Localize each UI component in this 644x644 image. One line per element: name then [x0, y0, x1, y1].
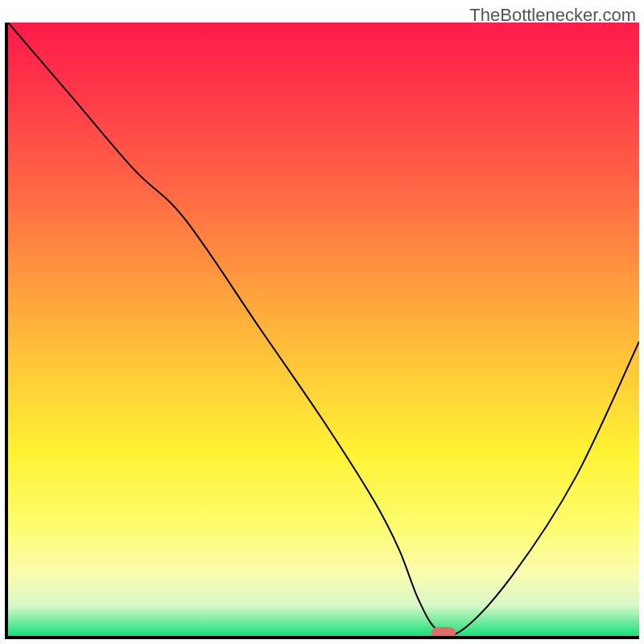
bottleneck-curve-path [8, 23, 639, 635]
bottleneck-curve [8, 23, 639, 636]
chart-axes-frame [5, 23, 639, 639]
optimal-point-marker [431, 627, 456, 636]
watermark-text: TheBottlenecker.com [469, 5, 636, 26]
chart-plot-area [8, 23, 639, 636]
